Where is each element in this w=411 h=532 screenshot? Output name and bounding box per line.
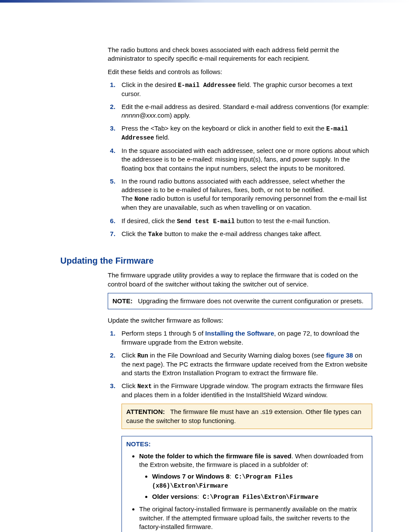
list-item: Note the folder to which the firmware fi… <box>139 452 367 501</box>
body-text: The firmware upgrade utility provides a … <box>108 271 372 289</box>
section-heading: Updating the Firmware <box>60 256 372 266</box>
text: button to make the e-mail address change… <box>162 230 321 237</box>
code-text: C:\Program Files\Extron\Firmware <box>203 494 319 501</box>
bullet-sublist: Windows 7 or Windows 8: C:\Program Files… <box>139 472 367 502</box>
text: in the File Download and Security Warnin… <box>148 352 326 359</box>
list-item: Windows 7 or Windows 8: C:\Program Files… <box>152 472 367 490</box>
text: Click the <box>121 230 148 237</box>
text: radio button is useful for temporarily r… <box>121 195 367 211</box>
body-text: The radio buttons and check boxes associ… <box>108 46 372 63</box>
text: In the round radio buttons associated wi… <box>121 177 345 193</box>
code-text: Next <box>137 383 152 390</box>
italic-text: nnnnn@xxx <box>121 112 156 119</box>
notes-label: NOTES: <box>126 440 367 448</box>
list-item: If desired, click the Send test E-mail b… <box>117 217 372 226</box>
page-content: The radio buttons and check boxes associ… <box>0 3 411 532</box>
ordered-list: Click in the desired E-mail Addressee fi… <box>108 81 372 239</box>
body-text: Update the switcher firmware as follows: <box>108 316 372 325</box>
attention-box: ATTENTION: The firmware file must have a… <box>121 404 372 429</box>
text: Press the <Tab> key on the keyboard or c… <box>121 124 326 132</box>
text: .com) apply. <box>156 112 190 119</box>
text: field. <box>154 134 170 141</box>
list-item: In the round radio buttons associated wi… <box>117 177 372 212</box>
text: Click <box>121 382 137 389</box>
text: Edit the e-mail address as desired. Stan… <box>121 103 369 110</box>
note-label: NOTE: <box>112 297 133 305</box>
list-item: Press the <Tab> key on the keyboard or c… <box>117 124 372 142</box>
text: If desired, click the <box>121 217 177 224</box>
text: Perform steps 1 through 5 of <box>121 330 205 337</box>
code-text: Take <box>148 231 163 238</box>
code-text: Run <box>137 352 148 359</box>
text: The <box>121 195 134 202</box>
code-text: E-mail Addressee <box>178 82 236 89</box>
list-item: The original factory-installed firmware … <box>139 505 367 531</box>
link-text[interactable]: figure 38 <box>326 352 353 359</box>
bullet-list: Note the folder to which the firmware fi… <box>126 452 367 531</box>
list-item: Edit the e-mail address as desired. Stan… <box>117 103 372 120</box>
notes-box: NOTES: Note the folder to which the firm… <box>121 436 372 532</box>
list-item: Click Run in the File Download and Secur… <box>117 351 372 377</box>
list-item: In the square associated with each addre… <box>117 146 372 173</box>
code-text: Send test E-mail <box>177 218 234 225</box>
link-text[interactable]: Installing the Software <box>205 330 274 337</box>
body-text: Edit these fields and controls as follow… <box>108 68 372 76</box>
bold-text: Windows 7 or Windows 8 <box>152 473 230 480</box>
attention-label: ATTENTION: <box>126 408 165 415</box>
text: in the Firmware Upgrade window. The prog… <box>121 382 363 398</box>
bold-text: Older versions <box>152 493 197 500</box>
note-body: Upgrading the firmware does not overwrit… <box>138 297 364 305</box>
list-item: Older versions: C:\Program Files\Extron\… <box>152 492 367 501</box>
text: Click <box>121 352 137 359</box>
ordered-list: Perform steps 1 through 5 of Installing … <box>108 329 372 532</box>
list-item: Click the Take button to make the e-mail… <box>117 230 372 239</box>
code-text: None <box>134 196 149 202</box>
list-item: Perform steps 1 through 5 of Installing … <box>117 329 372 347</box>
bold-text: Note the folder to which the firmware fi… <box>139 452 291 460</box>
list-item: Click Next in the Firmware Upgrade windo… <box>117 382 372 532</box>
text: button to test the e-mail function. <box>235 217 330 224</box>
text: Click in the desired <box>121 81 178 88</box>
note-box: NOTE: Upgrading the firmware does not ov… <box>108 293 372 309</box>
list-item: Click in the desired E-mail Addressee fi… <box>117 81 372 98</box>
